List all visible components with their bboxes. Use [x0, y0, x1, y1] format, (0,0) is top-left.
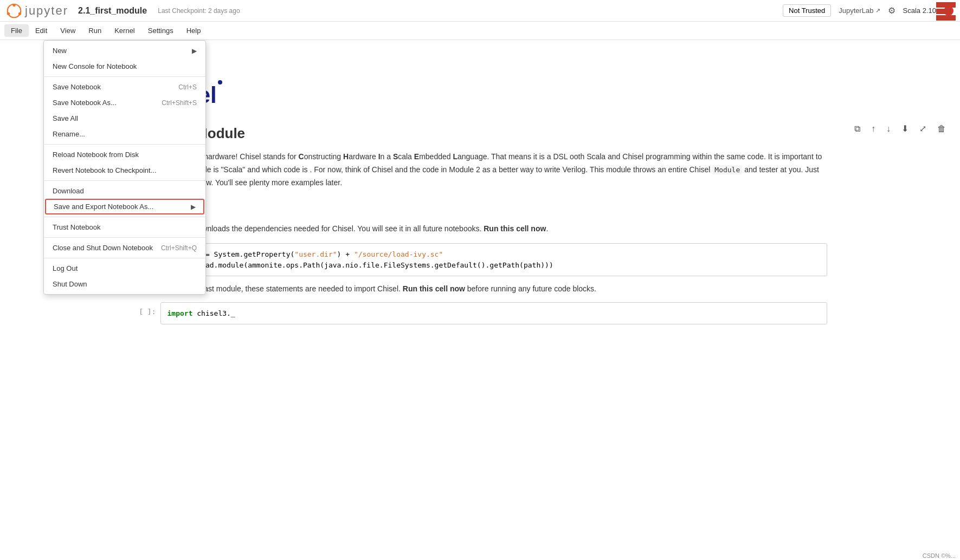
scala-bar-3 [936, 15, 956, 21]
toolbar-download-btn[interactable]: ⬇ [898, 121, 912, 136]
topbar: jupyter 2.1_first_module Last Checkpoint… [0, 0, 960, 22]
menu-item-reload[interactable]: Reload Notebook from Disk [44, 147, 205, 162]
toolbar-delete-btn[interactable]: 🗑 [934, 121, 949, 136]
jupyter-logo: jupyter [7, 3, 68, 18]
menu-item-save-notebook[interactable]: Save Notebook Ctrl+S [44, 79, 205, 95]
period-1: . [546, 224, 548, 233]
menu-item-new[interactable]: New ▶ [44, 43, 205, 58]
menu-item-new-arrow: ▶ [192, 47, 197, 55]
menu-item-rename-label: Rename... [53, 130, 85, 138]
code-cell-1: [ ]: val path = System.getProperty("user… [133, 243, 827, 276]
scala-bar-2 [936, 9, 951, 14]
menu-item-new-console-label: New Console for Notebook [53, 62, 137, 70]
menu-item-shutdown[interactable]: Shut Down [44, 276, 205, 292]
menu-item-new-console[interactable]: New Console for Notebook [44, 58, 205, 74]
code-line-3: import chisel3._ [167, 308, 820, 319]
menu-item-new-label: New [53, 47, 67, 55]
menu-item-close-shutdown-shortcut: Ctrl+Shift+Q [161, 244, 197, 252]
menu-item-revert-label: Revert Notebook to Checkpoint... [53, 166, 157, 174]
menu-item-logout[interactable]: Log Out [44, 261, 205, 276]
menubar: File Edit View Run Kernel Settings Help [0, 22, 960, 40]
svg-point-1 [12, 3, 15, 6]
menu-item-save-notebook-label: Save Notebook [53, 83, 101, 91]
after-code-paragraph: As mentioned in the last module, these s… [133, 283, 827, 296]
setup-heading: Setup [133, 202, 827, 216]
string-1: "user.dir" [294, 250, 337, 258]
bottom-bar-label: CSDN ©%... [923, 552, 956, 559]
toolbar-up-btn[interactable]: ↑ [868, 121, 879, 136]
run-this-cell-1: Run this cell now [484, 224, 546, 233]
menu-item-save-notebook-as-label: Save Notebook As... [53, 99, 117, 107]
code-cell-2: [ ]: import chisel3._ [133, 302, 827, 325]
jupyterlab-label: JupyterLab [839, 6, 873, 15]
jupyterlab-link[interactable]: JupyterLab ↗ [839, 6, 880, 15]
keyword-import: import [167, 309, 193, 317]
menu-item-save-export-label: Save and Export Notebook As... [54, 203, 153, 211]
menu-item-trust[interactable]: Trust Notebook [44, 219, 205, 235]
notebook-content: ⧉ ↑ ↓ ⬇ ⤢ 🗑 hisel s [101, 61, 860, 342]
menu-edit[interactable]: Edit [29, 24, 54, 37]
jupyter-wordmark: jupyter [25, 4, 68, 18]
menu-item-close-shutdown-label: Close and Shut Down Notebook [53, 244, 153, 252]
svg-point-2 [18, 12, 21, 15]
checkpoint-info: Last Checkpoint: 2 days ago [158, 7, 240, 15]
divider-6 [44, 258, 205, 258]
svg-point-3 [7, 12, 10, 15]
code-line-2: interp.load.module(ammonite.ops.Path(jav… [167, 260, 820, 271]
divider-2 [44, 144, 205, 145]
settings-icon-top[interactable]: ⚙ [888, 5, 895, 16]
cell-input-1[interactable]: val path = System.getProperty("user.dir"… [160, 243, 827, 276]
not-trusted-button[interactable]: Not Trusted [783, 4, 831, 17]
file-menu-dropdown: New ▶ New Console for Notebook Save Note… [43, 40, 206, 295]
menu-settings[interactable]: Settings [141, 24, 180, 37]
toolbar-down-btn[interactable]: ↓ [883, 121, 894, 136]
menu-item-save-export[interactable]: Save and Export Notebook As... ▶ [45, 199, 204, 214]
menu-file[interactable]: File [4, 24, 29, 37]
menu-item-save-notebook-as-shortcut: Ctrl+Shift+S [162, 99, 197, 107]
jupyter-logo-icon [7, 3, 22, 18]
cell-number-2: [ ]: [133, 302, 160, 316]
code-text-3: chisel3._ [197, 309, 235, 317]
svg-point-8 [218, 80, 222, 84]
code-line-1: val path = System.getProperty("user.dir"… [167, 249, 820, 260]
menu-item-logout-label: Log Out [53, 264, 78, 272]
menu-run[interactable]: Run [82, 24, 108, 37]
divider-4 [44, 217, 205, 217]
string-2: "/source/load-ivy.sc" [354, 250, 443, 258]
menu-item-trust-label: Trust Notebook [53, 223, 100, 231]
menu-item-revert[interactable]: Revert Notebook to Checkpoint... [44, 162, 205, 178]
menu-item-save-export-arrow: ▶ [191, 203, 196, 211]
menu-view[interactable]: View [54, 24, 82, 37]
menu-item-save-notebook-as[interactable]: Save Notebook As... Ctrl+Shift+S [44, 95, 205, 110]
scala-bar-1 [936, 2, 956, 8]
scala-logo-top-right [936, 2, 956, 21]
menu-item-reload-label: Reload Notebook from Disk [53, 151, 139, 159]
external-link-icon: ↗ [875, 7, 880, 14]
bottom-bar: CSDN ©%... [918, 551, 960, 560]
divider-3 [44, 180, 205, 181]
menu-item-close-shutdown[interactable]: Close and Shut Down Notebook Ctrl+Shift+… [44, 240, 205, 256]
setup-paragraph: The following cell downloads the depende… [133, 223, 827, 236]
cell-input-2[interactable]: import chisel3._ [160, 302, 827, 325]
divider-5 [44, 237, 205, 238]
chisel-logo-area: hisel [133, 71, 827, 116]
menu-kernel[interactable]: Kernel [108, 24, 141, 37]
scala-label: Scala 2.10 [903, 6, 936, 15]
code-text-2: ) + [337, 250, 354, 258]
menu-item-shutdown-label: Shut Down [53, 280, 87, 288]
menu-help[interactable]: Help [180, 24, 208, 37]
run-this-cell-2: Run this cell now [403, 284, 465, 293]
module-title: st Chisel Module [133, 125, 827, 142]
notebook-title: 2.1_first_module [78, 6, 147, 16]
menu-item-save-all[interactable]: Save All [44, 110, 205, 126]
toolbar-copy-btn[interactable]: ⧉ [851, 121, 864, 136]
menu-item-download[interactable]: Download [44, 183, 205, 199]
menu-item-save-all-label: Save All [53, 114, 78, 122]
menu-item-rename[interactable]: Rename... [44, 126, 205, 142]
toolbar-expand-btn[interactable]: ⤢ [916, 121, 930, 136]
scala-stack [936, 2, 956, 21]
menu-item-download-label: Download [53, 187, 84, 195]
menu-item-save-notebook-shortcut: Ctrl+S [178, 83, 197, 91]
divider-1 [44, 76, 205, 77]
intro-paragraph: art carving out some hardware! Chisel st… [133, 151, 827, 189]
